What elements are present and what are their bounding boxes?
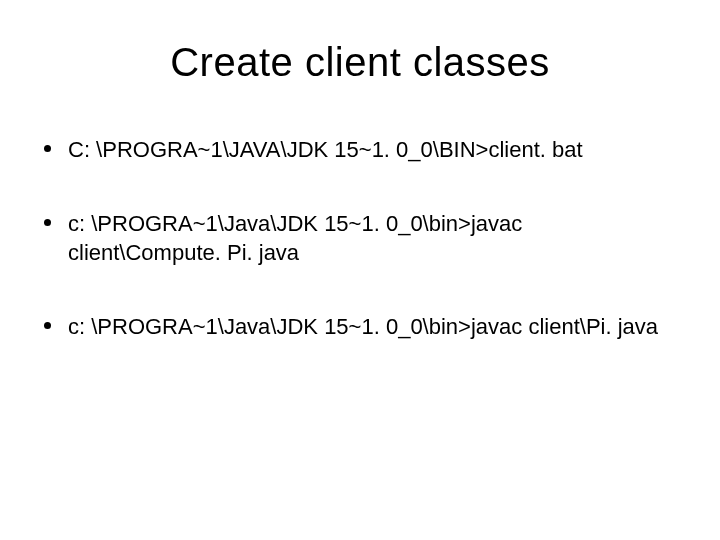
- bullet-icon: [44, 219, 51, 226]
- bullet-text: C: \PROGRA~1\JAVA\JDK 15~1. 0_0\BIN>clie…: [68, 135, 680, 165]
- slide: Create client classes C: \PROGRA~1\JAVA\…: [0, 0, 720, 540]
- bullet-list: C: \PROGRA~1\JAVA\JDK 15~1. 0_0\BIN>clie…: [40, 135, 680, 342]
- slide-title: Create client classes: [40, 40, 680, 85]
- bullet-icon: [44, 322, 51, 329]
- bullet-text: c: \PROGRA~1\Java\JDK 15~1. 0_0\bin>java…: [68, 209, 680, 268]
- list-item: C: \PROGRA~1\JAVA\JDK 15~1. 0_0\BIN>clie…: [40, 135, 680, 165]
- bullet-text: c: \PROGRA~1\Java\JDK 15~1. 0_0\bin>java…: [68, 312, 680, 342]
- list-item: c: \PROGRA~1\Java\JDK 15~1. 0_0\bin>java…: [40, 312, 680, 342]
- bullet-icon: [44, 145, 51, 152]
- list-item: c: \PROGRA~1\Java\JDK 15~1. 0_0\bin>java…: [40, 209, 680, 268]
